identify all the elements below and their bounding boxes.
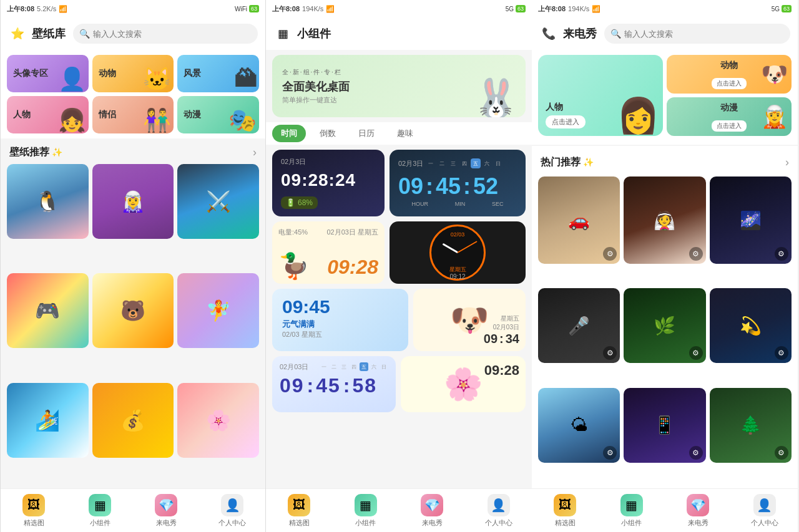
call-cat-person[interactable]: 人物 点击进入 👩	[538, 55, 663, 136]
nav-item-profile-1[interactable]: 👤 个人中心	[199, 494, 265, 528]
call-cat-animal[interactable]: 动物 点击进入 🐶	[667, 55, 792, 94]
tab-fun[interactable]: 趣味	[388, 125, 422, 142]
twd-colon-1: :	[426, 173, 433, 200]
tab-countdown[interactable]: 倒数	[311, 125, 345, 142]
nav-item-call-1[interactable]: 💎 来电秀	[133, 494, 199, 528]
cat-item-anime[interactable]: 动漫 🎭	[177, 96, 259, 133]
hot-setting-8[interactable]: ⚙	[689, 446, 703, 460]
nav-item-widget-3[interactable]: ▦ 小组件	[599, 494, 665, 528]
hot-item-9[interactable]: 🌲 ⚙	[710, 388, 792, 463]
hot-item-5[interactable]: 🌿 ⚙	[624, 288, 705, 363]
hot-item-8[interactable]: 📱 ⚙	[624, 388, 705, 463]
wallpaper-item-1[interactable]: 🐧	[7, 164, 89, 239]
section-title-hot: 热门推荐 ✨	[541, 156, 594, 169]
widget-battery-duck[interactable]: 电量:45% 02月03日 星期五 🦆 09:28	[272, 221, 385, 284]
search-input-wallpaper[interactable]	[93, 29, 252, 39]
nav-label-profile-1: 个人中心	[218, 518, 246, 528]
hot-item-3[interactable]: 🌌 ⚙	[710, 177, 792, 264]
call-cat-btn-animal[interactable]: 点击进入	[712, 78, 747, 89]
search-input-call[interactable]	[624, 29, 784, 39]
nav-item-profile-3[interactable]: 👤 个人中心	[732, 494, 798, 528]
widget-digital-clock[interactable]: 02月3日 一 二 三 四 五 六 日 09 : 45 :	[390, 150, 526, 216]
section-more-wallpaper[interactable]: ›	[253, 146, 257, 159]
bottom-nav-3: 🖼 精选图 ▦ 小组件 💎 来电秀 👤 个人中心	[532, 488, 798, 532]
panel-widgets: 上午8:08 194K/s 📶 5G 63 ▦ 小组件 全·新·组·件·专·栏 …	[266, 0, 532, 532]
hot-item-1[interactable]: 🚗 ⚙	[538, 177, 620, 264]
wallpaper-item-6[interactable]: 🧚	[177, 273, 259, 348]
hot-setting-5[interactable]: ⚙	[689, 346, 703, 360]
nav-label-widget-2: 小组件	[355, 518, 376, 528]
hot-item-2[interactable]: 👰 ⚙	[624, 177, 705, 264]
hot-item-6[interactable]: 💫 ⚙	[710, 288, 792, 363]
nav-item-gallery-2[interactable]: 🖼 精选图	[266, 494, 333, 528]
widget-flower-animal[interactable]: 09:28 🌸	[401, 356, 526, 412]
call-cat-label-animal: 动物	[720, 60, 738, 71]
section-more-hot[interactable]: ›	[785, 156, 789, 169]
wallpaper-item-7[interactable]: 🏄	[7, 383, 89, 458]
hot-setting-7[interactable]: ⚙	[603, 446, 617, 460]
header-wallpaper: ⭐ 壁纸库 🔍	[1, 17, 265, 50]
status-bar-1: 上午8:08 5.2K/s 📶 WiFi 63	[1, 0, 265, 17]
search-bar-wallpaper[interactable]: 🔍	[73, 24, 258, 44]
twc-sec: 58	[353, 374, 378, 397]
section-title-wallpaper: 壁纸推荐 ✨	[9, 146, 62, 159]
cat-item-couple[interactable]: 情侣 👫	[92, 96, 174, 133]
widgets-scroll[interactable]: 02月3日 09:28:24 🔋 68% 02月3日 一 二 三 四 五	[266, 145, 532, 488]
animal-time: 星期五 02月03日 09 : 34	[484, 314, 519, 346]
cat-label-animal: 动物	[99, 68, 116, 79]
nav-item-widget-2[interactable]: ▦ 小组件	[333, 494, 400, 528]
twc-colon-2: :	[343, 374, 350, 397]
bottom-nav-1: 🖼 精选图 ▦ 小组件 💎 来电秀 👤 个人中心	[1, 488, 265, 532]
hot-setting-3[interactable]: ⚙	[775, 247, 788, 261]
search-icon-call: 🔍	[610, 29, 621, 39]
search-bar-call[interactable]: 🔍	[604, 24, 790, 44]
widget-animal[interactable]: 🐶 星期五 02月03日 09 : 34	[413, 289, 526, 351]
twc-sat: 六	[370, 362, 378, 371]
nav-item-profile-2[interactable]: 👤 个人中心	[466, 494, 532, 528]
header-title-wallpaper: 壁纸库	[32, 26, 66, 41]
nav-item-widget-1[interactable]: ▦ 小组件	[67, 494, 133, 528]
at-colon: :	[499, 332, 504, 346]
widget-minimal[interactable]: 09:45 元气满满 02/03 星期五	[272, 289, 408, 351]
widget-analog-clock[interactable]: 02/03 星期五 09:12	[390, 221, 526, 284]
hot-setting-2[interactable]: ⚙	[689, 247, 703, 261]
wallpaper-item-9[interactable]: 🌸	[177, 383, 259, 458]
wallpaper-item-4[interactable]: 🎮	[7, 273, 89, 348]
hot-setting-9[interactable]: ⚙	[775, 446, 788, 460]
cat-item-scenery[interactable]: 风景 🏔	[177, 55, 259, 92]
widget-dark-clock[interactable]: 02月3日 09:28:24 🔋 68%	[272, 150, 385, 216]
twc-date: 02月03日	[280, 362, 308, 372]
wifi-icon-3: 5G	[772, 6, 780, 12]
call-cat-btn-person[interactable]: 点击进入	[546, 115, 586, 128]
twd-colon-2: :	[463, 173, 471, 200]
cat-item-portrait[interactable]: 头像专区 👤	[7, 55, 89, 92]
section-header-wallpaper: 壁纸推荐 ✨ ›	[1, 138, 265, 164]
nav-item-call-3[interactable]: 💎 来电秀	[665, 494, 732, 528]
wallpaper-item-5[interactable]: 🐻	[92, 273, 174, 348]
nav-item-call-2[interactable]: 💎 来电秀	[399, 494, 466, 528]
cat-item-person[interactable]: 人物 👧	[7, 96, 89, 133]
analog-time-display: 09:12	[449, 273, 465, 280]
cat-label-anime: 动漫	[184, 109, 201, 120]
call-cat-label-anime: 动漫	[720, 102, 738, 114]
status-icons-2: 5G 63	[506, 5, 526, 12]
call-cat-btn-anime[interactable]: 点击进入	[712, 120, 747, 132]
status-time-1: 上午8:08	[7, 4, 34, 14]
tab-time[interactable]: 时间	[272, 125, 306, 142]
wallpaper-item-3[interactable]: ⚔️	[177, 164, 259, 239]
cat-item-animal[interactable]: 动物 🐱	[92, 55, 174, 92]
nav-item-gallery-3[interactable]: 🖼 精选图	[532, 494, 599, 528]
nav-label-gallery-2: 精选图	[289, 518, 310, 528]
hot-item-7[interactable]: 🌤 ⚙	[538, 388, 620, 463]
hot-item-4[interactable]: 🎤 ⚙	[538, 288, 620, 363]
wallpaper-item-8[interactable]: 💰	[92, 383, 174, 458]
wallpaper-item-2[interactable]: 🧝‍♀️	[92, 164, 174, 239]
twc-colon: :	[307, 374, 314, 397]
call-cat-anime[interactable]: 动漫 点击进入 🧝	[667, 97, 792, 136]
call-cat-emoji-person: 👩	[617, 95, 660, 136]
tab-calendar[interactable]: 日历	[350, 125, 383, 142]
widget-countdown[interactable]: 02月03日 一 二 三 四 五 六 日 09 : 45 :	[272, 356, 396, 412]
nav-item-gallery-1[interactable]: 🖼 精选图	[1, 494, 67, 528]
nav-icon-gallery-3: 🖼	[554, 494, 576, 516]
at-time: 09 : 34	[484, 332, 519, 346]
